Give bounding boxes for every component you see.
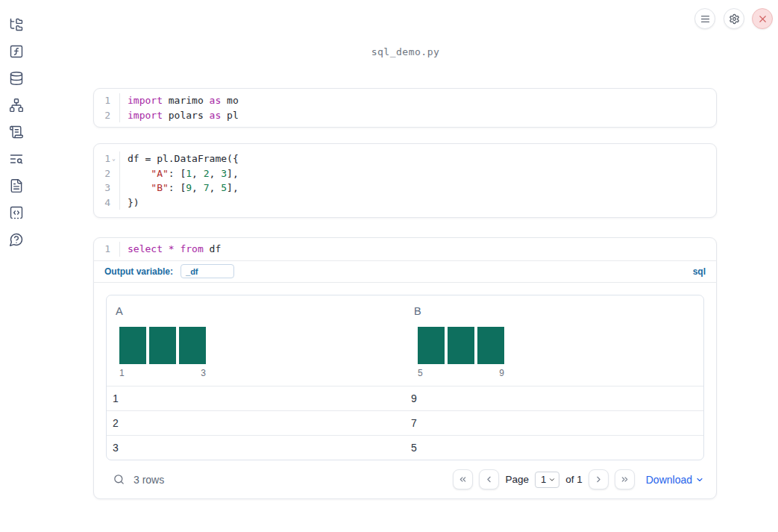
chevron-right-icon: [594, 475, 603, 484]
code-cell-dataframe[interactable]: 1⌄ 2 3 4 df = pl.DataFrame({ "A": [1, 2,…: [93, 143, 717, 218]
notebook-filename[interactable]: sql_demo.py: [33, 46, 778, 57]
chevron-down-icon: [695, 475, 704, 484]
dataframe-table: A 13 B: [106, 295, 704, 461]
table-footer: 3 rows Page 1 of 1: [106, 460, 704, 498]
network-graph-icon[interactable]: [9, 98, 24, 113]
table-row[interactable]: 2 7: [107, 410, 703, 435]
chevrons-right-icon: [620, 475, 630, 484]
column-a-histogram: [119, 327, 206, 364]
sql-language-badge: sql: [693, 266, 706, 277]
prev-page-button[interactable]: [479, 469, 499, 489]
cell-output: A 13 B: [94, 283, 716, 499]
file-tree-icon[interactable]: [9, 17, 24, 32]
last-page-button[interactable]: [615, 469, 635, 489]
chevrons-left-icon: [458, 475, 468, 484]
column-label: A: [116, 305, 396, 317]
histogram-axis-labels: 13: [119, 368, 206, 378]
sql-editor[interactable]: select * from df: [120, 242, 221, 257]
table-row[interactable]: 3 5: [107, 435, 703, 460]
page-of-label: of 1: [565, 474, 583, 485]
output-variable-label: Output variable:: [104, 266, 173, 277]
column-header-a[interactable]: A 13: [107, 295, 405, 386]
page-select[interactable]: 1: [535, 472, 559, 488]
helper-panel-sidebar: [0, 0, 33, 532]
chevron-down-icon: [548, 476, 556, 484]
chevron-left-icon: [484, 475, 494, 484]
histogram-bar: [418, 327, 445, 364]
file-text-icon[interactable]: [9, 178, 24, 193]
code-snippet-icon[interactable]: [9, 205, 24, 220]
output-variable-input[interactable]: _df: [181, 264, 234, 278]
database-icon[interactable]: [9, 71, 24, 86]
histogram-axis-labels: 59: [418, 368, 504, 378]
column-header-b[interactable]: B 59: [405, 295, 703, 386]
next-page-button[interactable]: [589, 469, 609, 489]
settings-button[interactable]: [724, 8, 744, 29]
histogram-bar: [448, 327, 474, 364]
menu-button[interactable]: [694, 8, 715, 29]
line-number-gutter: 1 2: [94, 93, 119, 122]
output-variable-row: Output variable: _df sql: [94, 261, 716, 283]
shutdown-button[interactable]: [752, 8, 773, 29]
column-label: B: [414, 305, 694, 317]
shutdown-close-icon: [757, 13, 768, 25]
menu-icon: [700, 13, 711, 25]
column-b-histogram: [418, 327, 504, 364]
fold-chevron-icon: ⌄: [110, 151, 117, 166]
code-editor[interactable]: df = pl.DataFrame({ "A": [1, 2, 3], "B":…: [120, 151, 239, 210]
histogram-bar: [119, 327, 146, 364]
sql-cell[interactable]: 1 select * from df Output variable: _df …: [93, 237, 717, 499]
histogram-bar: [477, 327, 504, 364]
help-bubble-icon[interactable]: [9, 232, 24, 247]
download-button[interactable]: Download: [646, 474, 704, 486]
page-label: Page: [505, 474, 529, 485]
function-square-icon[interactable]: [9, 44, 24, 59]
line-number-gutter: 1: [94, 242, 119, 257]
histogram-bar: [149, 327, 176, 364]
code-editor[interactable]: import marimo as mo import polars as pl: [120, 93, 239, 122]
row-count: 3 rows: [134, 474, 164, 486]
search-icon[interactable]: [113, 473, 125, 486]
scroll-icon[interactable]: [9, 125, 24, 140]
line-number-gutter: 1⌄ 2 3 4: [94, 151, 119, 210]
code-cell-imports[interactable]: 1 2 import marimo as mo import polars as…: [93, 88, 717, 128]
table-row[interactable]: 1 9: [107, 386, 703, 410]
first-page-button[interactable]: [453, 469, 473, 489]
histogram-bar: [179, 327, 206, 364]
settings-gear-icon: [729, 13, 740, 25]
list-search-icon[interactable]: [9, 151, 24, 166]
table-header: A 13 B: [107, 295, 703, 386]
